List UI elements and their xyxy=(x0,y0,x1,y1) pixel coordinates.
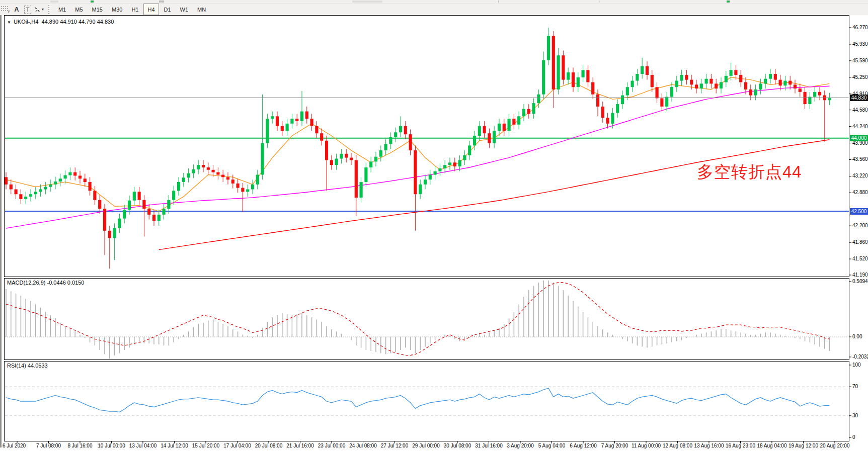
clipped-top-toolbar xyxy=(0,0,868,4)
price-tick-label: 43.560 xyxy=(852,156,868,162)
macd-panel[interactable] xyxy=(4,278,849,360)
timeframe-button-mn[interactable]: MN xyxy=(193,4,210,15)
clipped-toolbar-item xyxy=(352,1,382,3)
timeframe-button-group: M1M5M15M30H1H4D1W1MN xyxy=(54,4,210,15)
time-tick-label: 11 Aug 00:00 xyxy=(632,443,661,448)
time-tick-label: 30 Jul 08:00 xyxy=(444,443,471,448)
time-tick-label: 20 Jul 08:00 xyxy=(255,443,283,448)
time-tick-label: 5 Aug 04:00 xyxy=(538,443,565,448)
price-tick-label: 44.240 xyxy=(852,124,868,129)
time-tick-label: 6 Aug 12:00 xyxy=(570,443,596,448)
time-tick-label: 14 Jul 12:00 xyxy=(161,443,188,448)
toolbar-grip[interactable] xyxy=(48,5,52,14)
time-tick-label: 16 Aug 23:00 xyxy=(726,443,755,448)
price-tick-label: 45.590 xyxy=(852,58,868,63)
time-tick-label: 7 Aug 20:00 xyxy=(601,443,628,448)
toolbar: F A T ▾ M1M5M15M30H1H4D1W1MN xyxy=(0,4,868,15)
arrows-dropdown-icon[interactable]: ▾ xyxy=(34,5,44,14)
dropdown-caret: ▾ xyxy=(42,7,44,12)
timeframe-button-m15[interactable]: M15 xyxy=(88,4,107,15)
rsi-tick-label: 0 xyxy=(852,434,855,440)
time-tick-label: 24 Jul 08:00 xyxy=(349,443,377,448)
macd-tick-label: 0.5094 xyxy=(852,279,868,284)
time-tick-label: 21 Jul 16:00 xyxy=(286,443,314,448)
timeframe-button-d1[interactable]: D1 xyxy=(160,4,175,15)
chart-annotation-text: 多空转折点44 xyxy=(697,161,802,184)
timeframe-button-m30[interactable]: M30 xyxy=(108,4,126,15)
rsi-tick-label: 70 xyxy=(852,384,858,389)
time-tick-label: 20 Aug 20:00 xyxy=(820,443,850,448)
time-tick-label: 17 Jul 04:00 xyxy=(223,443,251,448)
time-tick-label: 31 Jul 16:00 xyxy=(475,443,503,448)
price-tick-label: 41.860 xyxy=(852,239,868,245)
rsi-panel[interactable] xyxy=(4,361,849,441)
time-tick-label: 23 Jul 00:00 xyxy=(318,443,346,448)
timeframe-button-m5[interactable]: M5 xyxy=(71,4,87,15)
time-tick-label: 18 Aug 04:00 xyxy=(757,443,787,448)
text-box-glyph: T xyxy=(24,6,32,14)
time-tick-label: 10 Jul 00:00 xyxy=(98,443,125,448)
clipped-toolbar-separator xyxy=(599,1,600,3)
clipped-toolbar-item xyxy=(91,1,94,3)
time-tick-label: 3 Aug 20:00 xyxy=(507,443,533,448)
clipped-toolbar-item xyxy=(159,1,164,3)
ohlc-quote-label: 44.890 44.910 44.790 44.830 xyxy=(42,19,114,25)
time-tick-label: 29 Jul 00:00 xyxy=(412,443,440,448)
time-tick-label: 19 Aug 12:00 xyxy=(788,443,818,448)
main-chart-panel[interactable] xyxy=(4,15,849,277)
collapse-arrow-icon[interactable]: ▼ xyxy=(7,20,11,25)
price-tag-44.830: 44.830 xyxy=(850,95,868,101)
price-tick-label: 41.520 xyxy=(852,256,868,261)
rsi-tick-label: 30 xyxy=(852,413,858,418)
time-tick-label: 13 Aug 16:00 xyxy=(694,443,724,448)
price-tick-label: 45.250 xyxy=(852,74,868,80)
time-tick-label: 7 Jul 08:00 xyxy=(36,443,61,448)
rsi-indicator-label: RSI(14) 44.0533 xyxy=(7,363,48,369)
time-tick-label: 13 Jul 04:00 xyxy=(129,443,157,448)
macd-tick-label: -0.2032 xyxy=(852,354,868,359)
svg-text:F: F xyxy=(8,10,10,14)
price-tick-label: 41.190 xyxy=(852,272,868,278)
price-tag-42.500: 42.500 xyxy=(850,208,868,215)
price-tick-label: 44.580 xyxy=(852,107,868,113)
price-tag-44.000: 44.000 xyxy=(850,135,868,141)
time-tick-label: 8 Jul 16:00 xyxy=(68,443,93,448)
price-tick-label: 45.930 xyxy=(852,41,868,47)
symbol-label: UKOil-,H4 xyxy=(14,19,39,25)
clipped-toolbar-separator xyxy=(498,1,499,3)
time-tick-label: 27 Jul 12:00 xyxy=(381,443,409,448)
window-left-edge xyxy=(0,15,2,447)
time-tick-label: 15 Jul 20:00 xyxy=(192,443,220,448)
clipped-toolbar-item xyxy=(727,1,730,3)
timeframe-button-h1[interactable]: H1 xyxy=(127,4,142,15)
timeframe-button-h4[interactable]: H4 xyxy=(143,4,159,15)
price-tick-label: 42.200 xyxy=(852,223,868,228)
chart-title: ▼UKOil-,H4 44.890 44.910 44.790 44.830 xyxy=(7,19,114,25)
arrows-glyph xyxy=(34,6,41,13)
rsi-tick-label: 100 xyxy=(852,362,861,368)
clipped-toolbar-item xyxy=(50,1,58,3)
price-tick-label: 43.220 xyxy=(852,173,868,178)
text-a-icon[interactable]: A xyxy=(12,5,22,14)
timeframe-button-m1[interactable]: M1 xyxy=(54,4,70,15)
dotted-grid-f-icon[interactable]: F xyxy=(1,5,11,14)
time-tick-label: 12 Aug 08:00 xyxy=(663,443,692,448)
timeframe-button-w1[interactable]: W1 xyxy=(176,4,193,15)
macd-indicator-label: MACD(12,26,9) -0.0446 0.0150 xyxy=(7,280,84,286)
price-tick-label: 46.270 xyxy=(852,25,868,30)
time-tick-label: 6 Jul 2020 xyxy=(3,443,26,448)
macd-tick-label: 0.00 xyxy=(852,334,862,339)
trading-terminal-window: F A T ▾ M1M5M15M30H1H4D1W1MN ▼UKOil-,H4 … xyxy=(0,0,868,451)
price-tick-label: 42.880 xyxy=(852,190,868,195)
dotted-grid-glyph: F xyxy=(1,6,11,14)
text-box-icon[interactable]: T xyxy=(23,5,33,14)
